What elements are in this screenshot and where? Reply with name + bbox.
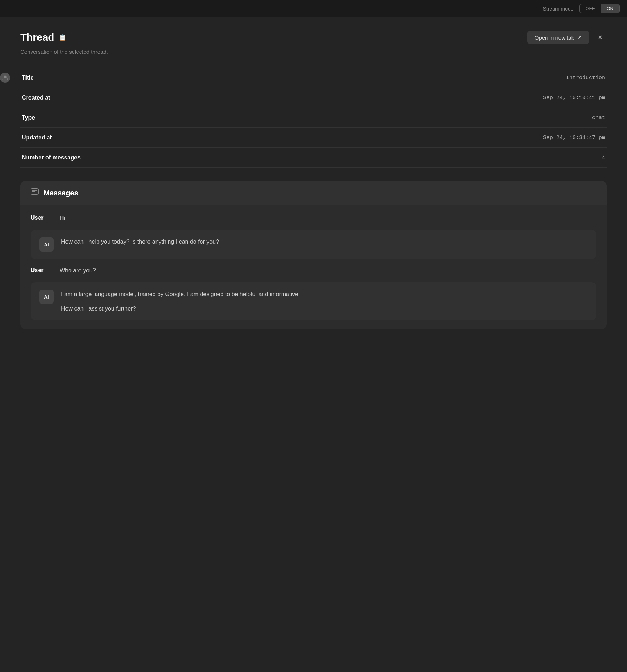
thread-panel: Thread 📋 Open in new tab ↗ × Conversatio… [0, 17, 627, 672]
metadata-label: Title [20, 68, 108, 88]
panel-title-group: Thread 📋 [20, 32, 66, 43]
ai-avatar: AI [39, 237, 54, 252]
message-ai: AI I am a large language model, trained … [31, 282, 596, 320]
message-user: User Who are you? [31, 266, 596, 275]
open-new-tab-label: Open in new tab [535, 35, 574, 41]
messages-list: User Hi AI How can I help you today? Is … [20, 205, 607, 329]
stream-mode-on-button[interactable]: ON [601, 4, 620, 13]
messages-header: Messages [20, 181, 607, 205]
metadata-row: Title Introduction [20, 68, 607, 88]
sidebar-avatar [0, 73, 10, 83]
user-message-text: Who are you? [60, 266, 96, 275]
metadata-row: Created at Sep 24, 10:10:41 pm [20, 88, 607, 108]
open-new-tab-arrow-icon: ↗ [577, 34, 582, 41]
top-bar: Stream mode OFF ON [0, 0, 627, 17]
metadata-label: Updated at [20, 128, 108, 148]
metadata-row: Updated at Sep 24, 10:34:47 pm [20, 128, 607, 148]
metadata-label: Number of messages [20, 148, 108, 168]
messages-section-title: Messages [44, 189, 78, 197]
user-role-label: User [31, 266, 52, 274]
message-user: User Hi [31, 214, 596, 223]
metadata-row: Number of messages 4 [20, 148, 607, 168]
metadata-value: Introduction [108, 68, 607, 88]
messages-icon [31, 188, 39, 198]
stream-mode-off-button[interactable]: OFF [580, 4, 601, 13]
ai-message-text: I am a large language model, trained by … [61, 290, 300, 299]
metadata-row: Type chat [20, 108, 607, 128]
svg-rect-1 [31, 189, 38, 194]
copy-icon[interactable]: 📋 [58, 33, 66, 41]
metadata-value: Sep 24, 10:34:47 pm [108, 128, 607, 148]
stream-mode-label: Stream mode [543, 6, 573, 12]
metadata-value: Sep 24, 10:10:41 pm [108, 88, 607, 108]
ai-message-content: How can I help you today? Is there anyth… [61, 237, 219, 247]
user-role-label: User [31, 214, 52, 221]
user-message-text: Hi [60, 214, 65, 223]
open-new-tab-button[interactable]: Open in new tab ↗ [527, 31, 589, 44]
messages-section: Messages User Hi AI How can I help you t… [20, 181, 607, 329]
metadata-label: Created at [20, 88, 108, 108]
header-actions: Open in new tab ↗ × [527, 31, 607, 44]
stream-mode-toggle[interactable]: OFF ON [579, 4, 620, 13]
ai-message-text: How can I assist you further? [61, 304, 300, 313]
close-button[interactable]: × [594, 31, 607, 44]
ai-message-text: How can I help you today? Is there anyth… [61, 237, 219, 247]
panel-title: Thread [20, 32, 54, 43]
panel-subtitle: Conversation of the selected thread. [20, 49, 607, 55]
metadata-label: Type [20, 108, 108, 128]
ai-message-content: I am a large language model, trained by … [61, 290, 300, 313]
metadata-value: 4 [108, 148, 607, 168]
panel-header: Thread 📋 Open in new tab ↗ × [20, 31, 607, 44]
message-ai: AI How can I help you today? Is there an… [31, 230, 596, 259]
metadata-table: Title Introduction Created at Sep 24, 10… [20, 68, 607, 168]
metadata-value: chat [108, 108, 607, 128]
ai-avatar: AI [39, 290, 54, 304]
